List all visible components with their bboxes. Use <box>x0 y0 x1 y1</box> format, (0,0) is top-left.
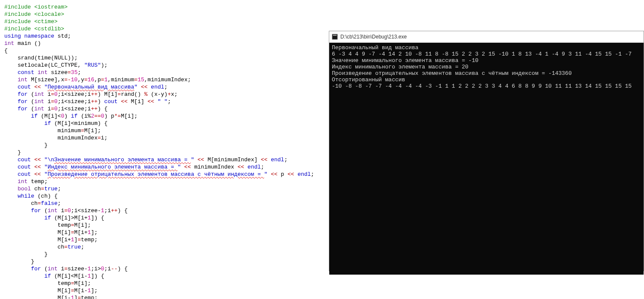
number: 2 <box>91 113 94 119</box>
identifier: i <box>44 98 51 105</box>
condition: (M[i]<M[i- <box>51 273 88 279</box>
semicolon: ; <box>104 135 108 141</box>
operator: << <box>144 98 158 105</box>
identifier: time <box>38 55 51 61</box>
identifier: std <box>54 33 67 39</box>
operator: = <box>51 106 54 112</box>
semicolon: ; <box>187 77 191 83</box>
identifier: minimum <box>58 127 81 134</box>
keyword-for: for <box>31 266 41 272</box>
identifier: ,p <box>94 77 101 83</box>
keyword-if: if <box>44 215 51 221</box>
endl: endl <box>248 164 261 170</box>
semicolon: ; <box>74 55 78 61</box>
semicolon: ; <box>134 113 138 119</box>
bool-literal: true <box>44 186 58 192</box>
bool-literal: true <box>67 244 81 250</box>
keyword-for: for <box>18 91 27 98</box>
number: 1 <box>88 229 91 236</box>
identifier: ch <box>58 244 64 250</box>
semicolon: ; <box>81 244 84 250</box>
brace: { <box>4 47 8 54</box>
number: 0 <box>54 91 58 98</box>
keyword-if: if <box>44 273 51 279</box>
identifier: NULL <box>54 55 67 61</box>
close: ] <box>74 237 78 243</box>
operator: = <box>101 77 104 83</box>
semicolon: ; <box>164 84 168 90</box>
type-bool: bool <box>18 186 31 192</box>
identifier: M[i] <box>58 229 71 236</box>
operator: << <box>31 157 44 163</box>
identifier: ;i <box>104 266 111 272</box>
identifier: ,y <box>78 77 85 83</box>
number: 0 <box>54 106 58 112</box>
operator: = <box>38 200 41 207</box>
operator: << <box>194 157 208 163</box>
console-line: Отсортированный массив <box>332 77 405 83</box>
operator: % <box>141 91 151 98</box>
semicolon: ; <box>44 178 48 185</box>
semicolon: ; <box>94 295 98 299</box>
semicolon: ; <box>284 157 287 163</box>
operator: << <box>267 171 281 178</box>
identifier: ch <box>31 186 41 192</box>
identifier: ;i <box>104 207 111 214</box>
identifier: minimumIndex <box>58 135 98 141</box>
semicolon: ; <box>104 62 108 68</box>
number: 35 <box>71 69 78 76</box>
endl: endl <box>271 157 284 163</box>
close: ] <box>74 295 78 299</box>
operator: =- <box>64 77 71 83</box>
endl: endl <box>151 84 164 90</box>
brace: { <box>121 266 128 272</box>
identifier: LC_CTYPE <box>51 62 77 68</box>
string-literal: Первоначальный вид массива <box>47 84 134 90</box>
console-titlebar[interactable]: D:\cb\213\bin\Debug\213.exe <box>329 31 644 43</box>
keyword-for: for <box>31 207 41 214</box>
operator: << <box>181 164 194 170</box>
condition: (M[i]< <box>38 113 61 119</box>
svg-rect-1 <box>333 35 337 36</box>
escape: \n <box>47 157 54 163</box>
console-output[interactable]: Первоначальный вид массива 6 -3 4 4 9 -7… <box>329 43 644 275</box>
keyword-for: for <box>18 98 27 105</box>
identifier: ch <box>31 200 38 207</box>
operator: << <box>284 171 297 178</box>
operator: = <box>84 77 88 83</box>
keyword-using: using namespace <box>4 33 54 39</box>
identifier: i <box>58 266 64 272</box>
keyword-if: if <box>44 120 51 127</box>
cout: cout <box>18 157 31 163</box>
identifier: i <box>58 207 64 214</box>
condition: (M[i]>M[i+ <box>51 215 88 221</box>
identifier: M[i+ <box>58 237 71 243</box>
identifier: M[i- <box>58 295 71 299</box>
number: 1 <box>71 295 74 299</box>
semicolon: ; <box>88 222 91 228</box>
number: 1 <box>71 237 74 243</box>
condition: ;i> <box>91 266 101 272</box>
identifier: i <box>44 106 51 112</box>
string-quote: " <box>178 164 181 170</box>
string-literal: Индекс минимального элемента массива = <box>47 164 177 170</box>
type-int: int <box>34 98 44 105</box>
identifier: M <box>28 77 35 83</box>
operator: << <box>31 84 44 90</box>
console-window[interactable]: D:\cb\213\bin\Debug\213.exe Первоначальн… <box>329 31 644 271</box>
number: 0 <box>101 113 104 119</box>
operator: ++ <box>91 106 98 112</box>
identifier: temp <box>28 178 44 185</box>
operator: << <box>117 98 131 105</box>
number: 1 <box>101 207 104 214</box>
parens: () <box>34 40 41 47</box>
identifier: M[i] <box>58 287 71 294</box>
identifier: ,x <box>58 77 64 83</box>
identifier: setlocale <box>18 62 47 68</box>
preprocessor-line: #include <iostream> <box>4 4 67 10</box>
operator: << <box>31 164 44 170</box>
close: ) <box>64 113 71 119</box>
console-title: D:\cb\213\bin\Debug\213.exe <box>340 34 407 40</box>
type-int: int <box>18 77 27 83</box>
type-int: int <box>4 40 14 47</box>
